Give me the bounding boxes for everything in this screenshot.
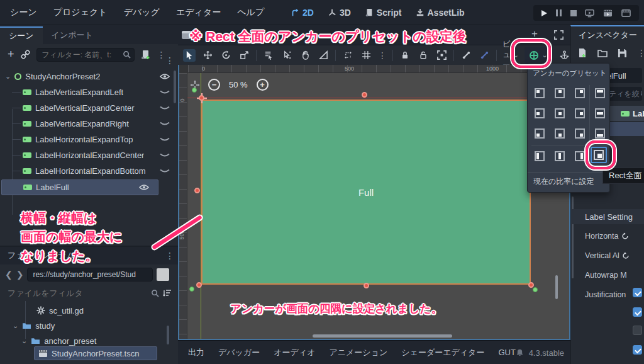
pan-tool-button[interactable] — [299, 49, 311, 62]
scene-tree-scrollbar[interactable] — [174, 71, 176, 103]
unlock-icon[interactable] — [417, 49, 430, 62]
anchor-preset-bottom-center[interactable] — [553, 127, 567, 140]
visibility-closed-icon[interactable] — [160, 105, 170, 111]
add-scene-tab-icon[interactable]: + — [531, 28, 538, 40]
labelfull-control-rect[interactable]: Full — [201, 100, 531, 285]
stop-button[interactable] — [570, 10, 577, 16]
scene-filter-input[interactable] — [36, 48, 135, 62]
save-icon[interactable] — [618, 48, 627, 58]
zoom-out-button[interactable]: − — [208, 79, 220, 91]
workspace-script-button[interactable]: Script — [365, 8, 402, 18]
skeleton-options-icon[interactable] — [478, 49, 491, 62]
anchor-preset-right-wide[interactable] — [573, 149, 587, 163]
anchor-preset-center[interactable] — [553, 106, 567, 120]
bone-icon[interactable] — [460, 49, 472, 62]
scene-toolbar-menu-icon[interactable]: ⋮ — [157, 50, 166, 60]
anchor-preset-center-right[interactable] — [573, 106, 587, 120]
inspector-group-label[interactable]: Label Setting — [571, 209, 644, 224]
anchor-handle-bottom-left[interactable] — [196, 282, 202, 288]
menu-scene[interactable]: シーン — [10, 7, 37, 18]
nav-forward-icon[interactable]: ❯ — [16, 270, 24, 280]
anchor-handle-bottom-center[interactable] — [364, 283, 369, 288]
workspace-2d-button[interactable]: 2D — [291, 8, 314, 18]
workspace-assetlib-button[interactable]: AssetLib — [416, 8, 465, 18]
anchor-preset-bottom-right[interactable] — [573, 127, 587, 140]
smart-snap-icon[interactable] — [341, 49, 354, 62]
folder-row[interactable]: ⌄ study — [13, 319, 55, 333]
tree-row[interactable]: LabelHorizontalExpandBottom — [1, 163, 174, 179]
justification-checkbox[interactable] — [633, 345, 642, 355]
menu-help[interactable]: ヘルプ — [237, 7, 264, 18]
anchor-preset-top-right[interactable] — [573, 86, 587, 100]
workspace-3d-button[interactable]: 3D — [328, 8, 351, 18]
canvas-viewport[interactable]: 0 500 1000 0 500 Full − 50 % + — [178, 65, 570, 340]
tab-inspector[interactable]: インスペクター — [571, 30, 644, 41]
tab-scene[interactable]: シーン — [0, 26, 43, 44]
justification-checkbox[interactable] — [633, 307, 642, 317]
canvas-v-scrollbar[interactable] — [555, 275, 558, 299]
file-filter-input[interactable] — [6, 286, 147, 300]
group-icon[interactable] — [435, 49, 448, 62]
bottom-tab-gut[interactable]: GUT — [498, 348, 515, 357]
anchor-preset-top-left[interactable] — [533, 86, 547, 100]
selectable-icon[interactable] — [280, 49, 293, 62]
revert-icon[interactable] — [622, 252, 630, 259]
bottom-tab-debugger[interactable]: デバッガー — [218, 347, 260, 358]
scene-filter[interactable] — [36, 48, 135, 62]
visibility-closed-icon[interactable] — [160, 152, 170, 158]
visibility-closed-icon[interactable] — [160, 137, 170, 142]
visibility-closed-icon[interactable] — [160, 89, 170, 95]
new-resource-icon[interactable] — [577, 48, 587, 58]
nav-back-icon[interactable]: ❮ — [5, 270, 13, 280]
bottom-tab-output[interactable]: 出力 — [188, 347, 204, 358]
list-select-icon[interactable] — [262, 49, 275, 62]
tree-row[interactable]: LabelVerticalExpandLeft — [1, 84, 174, 100]
snap-options-icon[interactable]: ⋮ — [378, 50, 387, 60]
bottom-tab-animation[interactable]: アニメーション — [329, 347, 387, 358]
anchor-preset-bottom-wide[interactable] — [593, 127, 607, 140]
anchor-handle-left-middle[interactable] — [194, 188, 200, 193]
tree-row[interactable]: LabelHorizontalExpandCenter — [1, 147, 174, 163]
chevron-down-icon[interactable]: ⌄ — [21, 337, 27, 345]
ruler-tool-button[interactable] — [317, 49, 330, 62]
instance-scene-icon[interactable] — [21, 50, 30, 59]
tab-import[interactable]: インポート — [43, 26, 102, 44]
chevron-down-icon[interactable]: ⌄ — [5, 72, 11, 81]
lock-icon[interactable] — [399, 49, 411, 62]
justification-checkbox[interactable] — [633, 326, 642, 335]
play-button[interactable] — [541, 10, 547, 16]
anchor-preset-center-left[interactable] — [533, 106, 547, 120]
anchor-preset-hcenter-wide[interactable] — [593, 106, 607, 120]
filesystem-scrollbar[interactable] — [167, 326, 169, 344]
menu-project[interactable]: プロジェクト — [53, 7, 108, 18]
sort-icon[interactable] — [163, 289, 172, 297]
anchor-handle-top-left[interactable] — [199, 95, 204, 101]
file-row-selected[interactable]: StudyAnchorPreset.tscn — [34, 346, 157, 360]
tree-row-labelfull-selected[interactable]: LabelFull — [1, 179, 158, 195]
anchor-icon[interactable] — [558, 49, 570, 62]
play-remote-button[interactable] — [585, 9, 594, 18]
play-scene-button[interactable] — [603, 9, 613, 18]
anchor-preset-top-center[interactable] — [553, 86, 567, 100]
tree-row[interactable]: LabelVerticalExpandCenter — [1, 100, 174, 116]
justification-checkbox[interactable] — [633, 288, 642, 297]
visibility-closed-icon[interactable] — [160, 168, 170, 174]
canvas-h-scrollbar[interactable] — [313, 334, 452, 338]
anchor-preset-left-wide[interactable] — [533, 149, 547, 163]
anchor-handle-top-center[interactable] — [362, 92, 367, 98]
tree-row-root[interactable]: ⌄ StudyAnchorPreset2 — [1, 69, 174, 84]
visibility-closed-icon[interactable] — [160, 121, 170, 127]
tree-row[interactable]: LabelVerticalExpandRight — [1, 116, 174, 132]
file-row[interactable]: sc_util.gd — [36, 304, 84, 317]
resource-path-field[interactable] — [27, 268, 153, 282]
scale-tool-button[interactable] — [238, 49, 250, 62]
expand-viewport-icon[interactable] — [554, 30, 564, 40]
zoom-in-button[interactable]: + — [257, 79, 269, 91]
visibility-eye-icon[interactable] — [139, 184, 149, 191]
add-node-icon[interactable]: + — [8, 48, 14, 61]
select-tool-button[interactable] — [183, 49, 196, 62]
anchor-preset-bottom-left[interactable] — [533, 127, 547, 140]
set-current-ratio-item[interactable]: 現在の比率に設定 — [528, 172, 611, 191]
revert-icon[interactable] — [621, 232, 629, 240]
folder-row[interactable]: ⌄ anchor_preset — [21, 334, 96, 348]
